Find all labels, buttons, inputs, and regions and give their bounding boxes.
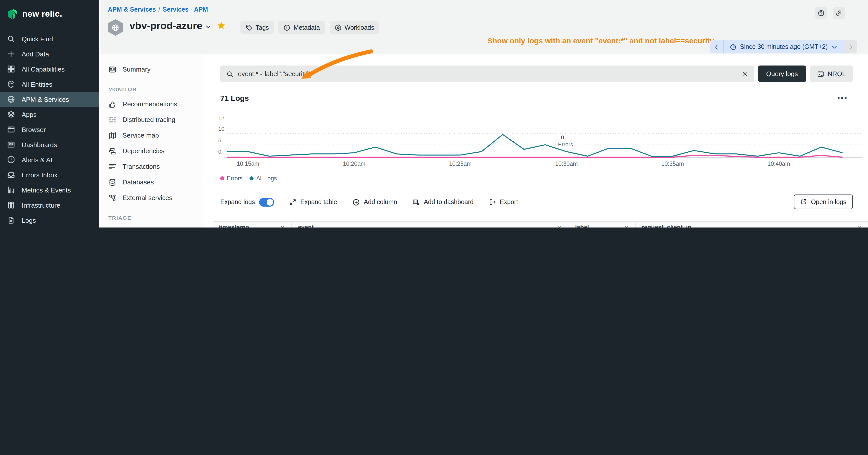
logs-content: event:* -"label":"security" Query logs N… <box>204 55 868 228</box>
db-icon <box>108 178 117 186</box>
logs-query-input[interactable]: event:* -"label":"security" <box>220 65 754 82</box>
expand-logs-toggle[interactable]: Expand logs <box>220 198 274 206</box>
column-header-label: event <box>298 223 314 228</box>
sidebar-item-logs[interactable]: Logs <box>0 213 99 228</box>
sidebar-item-alerts-ai[interactable]: Alerts & AI <box>0 152 99 167</box>
sidebar-item-apps[interactable]: Apps <box>0 107 99 122</box>
nrql-button[interactable]: NRQL <box>810 65 853 82</box>
chevron-left-icon <box>713 43 720 50</box>
sidebar-item-label: All Entities <box>22 80 52 88</box>
tags-button[interactable]: Tags <box>241 21 274 34</box>
doc-icon <box>7 216 15 224</box>
sidebar-item-apm-services[interactable]: APM & Services <box>0 92 99 107</box>
column-header-event[interactable]: event <box>291 222 568 228</box>
export-icon <box>489 198 496 205</box>
open-in-logs-button[interactable]: Open in logs <box>794 195 853 209</box>
svg-text:10: 10 <box>218 126 224 132</box>
add-column-button[interactable]: Add column <box>352 198 397 206</box>
entity-hexagon-icon <box>108 19 123 36</box>
remove-column-icon[interactable] <box>280 225 285 228</box>
subnav-item-label: Dependencies <box>123 147 198 155</box>
top-header: APM & Services/Services - APM vbv-prod-a… <box>99 0 868 55</box>
export-button[interactable]: Export <box>489 198 518 205</box>
clock-icon <box>730 43 737 50</box>
help-button[interactable] <box>815 7 827 19</box>
breadcrumb-apm-services[interactable]: APM & Services <box>108 6 156 13</box>
time-range-button[interactable]: Since 30 minutes ago (GMT+2) <box>724 40 844 54</box>
time-forward-button[interactable] <box>844 40 857 54</box>
legend-errors[interactable]: Errors <box>220 175 243 182</box>
chevron-down-icon <box>831 43 838 50</box>
subnav-item-dependencies[interactable]: Dependencies <box>99 143 204 159</box>
deps-icon <box>108 147 117 155</box>
entity-title[interactable]: vbv-prod-azure <box>129 20 212 32</box>
hexlist-icon <box>7 80 15 88</box>
subnav-item-service-map[interactable]: Service map <box>99 128 204 143</box>
errors-dot-icon <box>220 176 224 181</box>
grid-icon <box>7 65 15 73</box>
legend-all-logs[interactable]: All Logs <box>250 175 277 182</box>
column-header-request_client_ip[interactable]: request_client_ip <box>635 222 868 228</box>
sidebar-item-errors-inbox[interactable]: Errors Inbox <box>0 167 99 183</box>
toggle-on-icon[interactable] <box>259 198 274 206</box>
nodes-icon <box>108 194 117 202</box>
clear-query-icon[interactable] <box>742 70 748 77</box>
sidebar-item-infrastructure[interactable]: Infrastructure <box>0 197 99 213</box>
globe-icon <box>7 95 15 103</box>
svg-text:10:30am: 10:30am <box>555 161 578 167</box>
remove-column-icon[interactable] <box>857 225 862 228</box>
workloads-button[interactable]: Workloads <box>330 21 379 34</box>
subnav-item-label: Service map <box>123 131 198 139</box>
subnav-item-external-services[interactable]: External services <box>99 190 204 205</box>
favorite-star-icon[interactable] <box>217 21 226 30</box>
expand-icon <box>289 198 297 205</box>
column-header-timestamp[interactable]: timestamp <box>213 222 291 228</box>
sidebar-item-all-capabilities[interactable]: All Capabilities <box>0 62 99 76</box>
column-header-label[interactable]: label <box>568 222 635 228</box>
link-icon <box>835 9 842 17</box>
subnav-item-summary[interactable]: Summary <box>99 62 204 77</box>
column-header-label: request_client_ip <box>642 223 691 228</box>
query-row: event:* -"label":"security" Query logs N… <box>220 65 853 82</box>
legend-all-logs-label: All Logs <box>256 175 277 182</box>
subnav-item-transactions[interactable]: Transactions <box>99 159 204 174</box>
subnav-item-recommendations[interactable]: Recommendations <box>99 96 204 112</box>
annotation-text: Show only logs with an event "event:*" a… <box>488 36 714 45</box>
servers-icon <box>7 201 15 209</box>
sidebar-item-metrics-events[interactable]: Metrics & Events <box>0 183 99 197</box>
time-back-button[interactable] <box>710 40 724 54</box>
sidebar-item-label: Errors Inbox <box>22 171 58 178</box>
subnav-item-databases[interactable]: Databases <box>99 174 204 190</box>
tags-label: Tags <box>255 24 269 31</box>
new-relic-logo[interactable]: new relic. <box>0 0 99 31</box>
transactions-icon <box>108 162 117 170</box>
query-text: event:* -"label":"security" <box>238 70 310 77</box>
brand-text: new relic. <box>22 9 62 19</box>
sidebar-item-add-data[interactable]: Add Data <box>0 46 99 62</box>
breadcrumb-services-apm[interactable]: Services - APM <box>162 6 208 13</box>
remove-column-icon[interactable] <box>623 225 629 228</box>
svg-text:10:25am: 10:25am <box>449 161 472 167</box>
subnav-item-distributed-tracing[interactable]: Distributed tracing <box>99 112 204 128</box>
tag-icon <box>246 24 252 31</box>
panel-menu-button[interactable]: ••• <box>837 94 848 102</box>
add-to-dashboard-button[interactable]: Add to dashboard <box>412 198 473 206</box>
remove-column-icon[interactable] <box>557 225 562 228</box>
subnav-item-errors-errors-inb[interactable]: Errors (errors inb...New <box>99 225 204 228</box>
logs-timeseries-chart[interactable]: 05101510:15am10:20am10:25am10:30am10:35a… <box>214 106 865 171</box>
sidebar-item-label: Logs <box>22 217 36 224</box>
thumb-icon <box>108 100 117 108</box>
copy-link-button[interactable] <box>833 7 845 19</box>
sidebar-item-dashboards[interactable]: Dashboards <box>0 137 99 152</box>
query-logs-button[interactable]: Query logs <box>758 65 806 82</box>
sidebar-item-all-entities[interactable]: All Entities <box>0 76 99 92</box>
subnav-item-label: External services <box>123 194 198 201</box>
metadata-button[interactable]: Metadata <box>279 21 325 34</box>
sidebar-item-label: Infrastructure <box>22 201 60 209</box>
entity-buttons: TagsMetadataWorkloads <box>241 21 379 34</box>
sidebar-item-browser[interactable]: Browser <box>0 122 99 137</box>
sidebar-item-quick-find[interactable]: Quick Find <box>0 31 99 46</box>
add-to-dashboard-label: Add to dashboard <box>424 198 473 205</box>
expand-table-button[interactable]: Expand table <box>289 198 337 205</box>
open-in-logs-label: Open in logs <box>811 198 846 205</box>
